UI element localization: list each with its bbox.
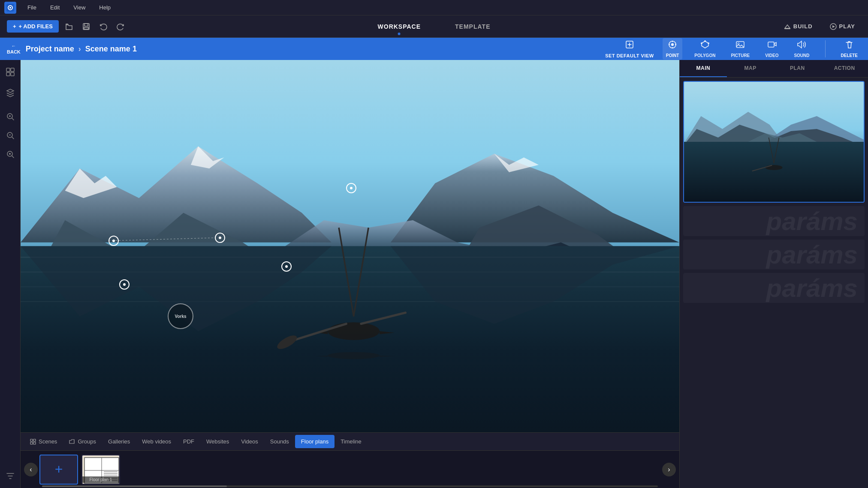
toolbar-left: + + ADD FILES (7, 20, 127, 33)
thumb-floorplan-1-label: Floor plan 1 (82, 476, 119, 483)
point-marker-5[interactable] (119, 279, 130, 290)
preview-image (684, 82, 864, 202)
right-panel-content: paráms paráms paráms (680, 78, 868, 488)
tab-videos[interactable]: Videos (235, 435, 264, 448)
tab-galleries-label: Galleries (108, 438, 130, 445)
point-icon (668, 40, 677, 51)
point-tool-button[interactable]: POINT (663, 38, 683, 60)
svg-rect-21 (768, 42, 774, 47)
viewport[interactable]: Vorks Scenes Groups Galleri (21, 60, 679, 488)
svg-rect-23 (11, 68, 14, 72)
polygon-label: POLYGON (694, 53, 715, 58)
polygon-icon (700, 40, 710, 51)
menu-edit[interactable]: Edit (48, 3, 62, 12)
right-tab-map[interactable]: MAP (727, 60, 774, 77)
preview-scene-svg (684, 82, 864, 202)
point-marker-1[interactable] (108, 236, 119, 246)
left-sidebar (0, 60, 21, 488)
delete-icon (844, 40, 854, 51)
point-marker-4[interactable] (281, 261, 292, 272)
zoom-out-icon[interactable] (3, 128, 18, 143)
tab-timeline[interactable]: Timeline (335, 435, 368, 448)
right-tab-action[interactable]: ACTION (821, 60, 868, 77)
tab-groups[interactable]: Groups (63, 435, 102, 448)
thumbnail-strip: ‹ + (21, 450, 679, 488)
polygon-tool-button[interactable]: POLYGON (691, 38, 719, 60)
open-folder-button[interactable] (62, 20, 76, 33)
redo-button[interactable] (114, 20, 127, 33)
delete-button[interactable]: DELETE (838, 38, 861, 60)
sidebar-layers-icon[interactable] (3, 85, 18, 100)
video-label: VIDEO (765, 53, 778, 58)
zoom-reset-icon[interactable] (3, 147, 18, 162)
svg-rect-67 (33, 439, 36, 441)
thumb-add[interactable]: + (39, 455, 78, 485)
back-arrow-icon: ← (11, 43, 16, 48)
save-button[interactable] (79, 20, 93, 33)
right-tab-main[interactable]: MAIN (680, 60, 727, 77)
sound-tool-button[interactable]: SOUND (790, 38, 813, 60)
tab-scenes[interactable]: Scenes (24, 435, 63, 448)
sidebar-scenes-icon[interactable] (3, 64, 18, 80)
thumb-next-button[interactable]: › (662, 463, 676, 476)
menu-view[interactable]: View (71, 3, 88, 12)
tab-sounds[interactable]: Sounds (264, 435, 295, 448)
add-icon: + (13, 23, 16, 30)
scene-name: Scene name 1 (85, 45, 137, 54)
svg-point-54 (328, 322, 380, 340)
add-files-button[interactable]: + + ADD FILES (7, 20, 59, 33)
tab-floorplans[interactable]: Floor plans (295, 435, 335, 448)
right-tab-plan[interactable]: PLAN (774, 60, 821, 77)
svg-line-32 (12, 137, 14, 139)
build-label: BUILD (793, 23, 813, 30)
undo-button[interactable] (96, 20, 110, 33)
tab-websites[interactable]: Websites (200, 435, 235, 448)
sidebar-filter-icon[interactable] (3, 468, 18, 484)
svg-rect-66 (30, 439, 33, 441)
build-button[interactable]: BUILD (778, 21, 819, 33)
back-button[interactable]: ← BACK (7, 43, 21, 54)
sound-label: SOUND (794, 53, 809, 58)
svg-point-100 (766, 165, 783, 170)
scene-svg (21, 60, 679, 432)
menu-help[interactable]: Help (96, 3, 113, 12)
watermark-3: paráms (766, 273, 858, 303)
set-default-button[interactable]: SET DEFAULT VIEW (605, 40, 654, 58)
placeholder-card-2: paráms (683, 240, 865, 269)
svg-line-35 (12, 156, 14, 158)
menu-file[interactable]: File (25, 3, 39, 12)
placeholder-card-1: paráms (683, 206, 865, 236)
tab-floorplans-label: Floor plans (301, 438, 329, 445)
svg-point-34 (9, 153, 11, 155)
breadcrumb: Project name › Scene name 1 (26, 45, 137, 54)
svg-rect-68 (30, 442, 33, 444)
picture-icon (735, 40, 745, 51)
back-label: BACK (7, 49, 21, 54)
thumb-prev-button[interactable]: ‹ (24, 463, 38, 476)
template-tab[interactable]: TEMPLATE (438, 20, 507, 33)
sound-icon (797, 40, 806, 51)
scene-header-right: SET DEFAULT VIEW POINT (605, 38, 861, 60)
video-tool-button[interactable]: VIDEO (762, 38, 782, 60)
watermark-2: paráms (766, 240, 858, 269)
workspace-tab[interactable]: WORKSPACE (361, 20, 438, 33)
point-marker-2[interactable] (215, 233, 225, 243)
tab-pdf[interactable]: PDF (177, 435, 200, 448)
viewport-image: Vorks (21, 60, 679, 432)
zoom-in-icon[interactable] (3, 109, 18, 124)
tab-webvideos[interactable]: Web videos (136, 435, 177, 448)
preview-container (683, 81, 865, 203)
play-button[interactable]: PLAY (824, 21, 861, 33)
play-label: PLAY (839, 23, 855, 30)
svg-rect-99 (684, 142, 864, 202)
point-marker-3[interactable] (346, 183, 356, 193)
picture-tool-button[interactable]: PICTURE (727, 38, 753, 60)
svg-rect-6 (784, 28, 790, 29)
tab-galleries[interactable]: Galleries (102, 435, 136, 448)
right-panel-tabs: MAIN MAP PLAN ACTION (680, 60, 868, 78)
delete-label: DELETE (841, 53, 858, 58)
tab-pdf-label: PDF (183, 438, 194, 445)
thumb-floorplan-1[interactable]: Floor plan 1 (81, 455, 120, 485)
tab-sounds-label: Sounds (270, 438, 289, 445)
scrollbar-bottom[interactable] (42, 485, 658, 487)
